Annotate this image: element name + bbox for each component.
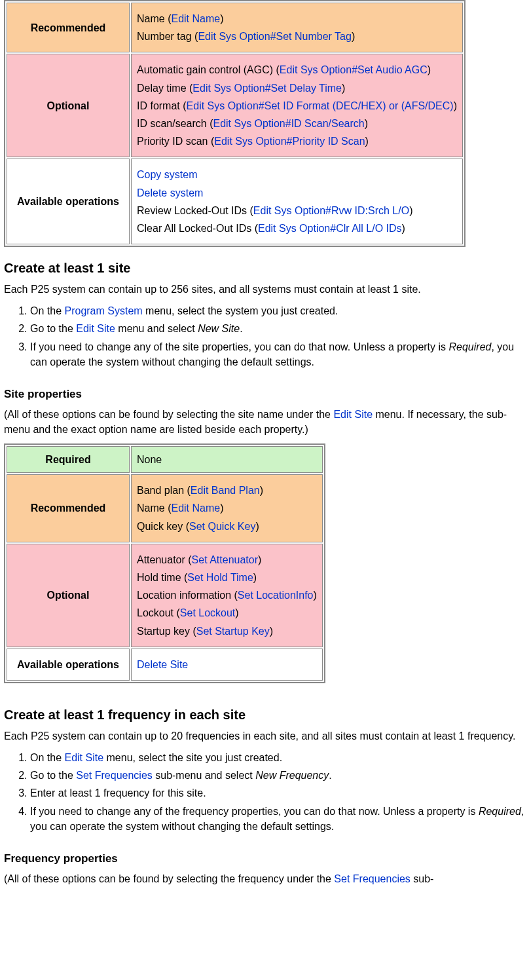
property-line: Number tag (Edit Sys Option#Set Number T… bbox=[137, 29, 457, 44]
property-text: ) bbox=[454, 100, 457, 111]
property-line: Delay time (Edit Sys Option#Set Delay Ti… bbox=[137, 81, 457, 96]
property-line: Copy system bbox=[137, 167, 457, 182]
step-text: If you need to change any of the frequen… bbox=[30, 806, 479, 817]
step-text: sub-menu and select bbox=[153, 770, 255, 781]
property-text: ) bbox=[253, 572, 257, 583]
row-label-recommended: Recommended bbox=[7, 3, 130, 52]
property-line: Priority ID scan (Edit Sys Option#Priori… bbox=[137, 134, 457, 149]
link-edit-site[interactable]: Edit Site bbox=[64, 752, 103, 763]
none-text: None bbox=[137, 454, 162, 465]
property-line: ID format (Edit Sys Option#Set ID Format… bbox=[137, 98, 457, 113]
property-line: Automatic gain control (AGC) (Edit Sys O… bbox=[137, 62, 457, 77]
property-link[interactable]: Edit Sys Option#Set ID Format (DEC/HEX) … bbox=[187, 100, 454, 111]
property-text: Lockout ( bbox=[137, 607, 180, 618]
property-link[interactable]: Edit Name bbox=[171, 13, 220, 24]
step-em: New Frequency bbox=[255, 770, 329, 781]
row-content-required: None bbox=[131, 446, 323, 473]
system-properties-table: Recommended Name (Edit Name)Number tag (… bbox=[4, 0, 465, 247]
list-item: On the Edit Site menu, select the site y… bbox=[30, 750, 525, 765]
property-line: Lockout (Set Lockout) bbox=[137, 605, 317, 620]
heading-create-site: Create at least 1 site bbox=[4, 259, 525, 278]
row-label-required: Required bbox=[7, 446, 130, 473]
property-link[interactable]: Edit Sys Option#ID Scan/Search bbox=[213, 118, 364, 129]
row-label-optional: Optional bbox=[7, 544, 130, 647]
property-link[interactable]: Copy system bbox=[137, 169, 197, 180]
property-link[interactable]: Edit Sys Option#Clr All L/O IDs bbox=[258, 223, 402, 234]
property-link[interactable]: Edit Sys Option#Set Number Tag bbox=[198, 31, 352, 42]
property-link[interactable]: Set Quick Key bbox=[189, 521, 255, 532]
heading-frequency-properties: Frequency properties bbox=[4, 851, 525, 867]
link-edit-site[interactable]: Edit Site bbox=[333, 409, 373, 420]
property-line: Clear All Locked-Out IDs (Edit Sys Optio… bbox=[137, 221, 457, 236]
property-text: ) bbox=[342, 83, 345, 94]
step-text: menu and select bbox=[115, 323, 198, 334]
table-row: Available operations Copy systemDelete s… bbox=[7, 159, 463, 244]
property-text: ) bbox=[365, 136, 369, 147]
row-label-operations: Available operations bbox=[7, 649, 130, 681]
link-set-frequencies[interactable]: Set Frequencies bbox=[334, 873, 410, 884]
text: (All of these options can be found by se… bbox=[4, 873, 334, 884]
property-link[interactable]: Delete Site bbox=[137, 659, 188, 670]
property-text: Clear All Locked-Out IDs ( bbox=[137, 223, 258, 234]
property-text: ) bbox=[428, 64, 431, 75]
property-link[interactable]: Set Hold Time bbox=[187, 572, 253, 583]
link-edit-site[interactable]: Edit Site bbox=[76, 323, 115, 334]
property-link[interactable]: Edit Sys Option#Set Delay Time bbox=[192, 83, 342, 94]
table-row: Optional Attenuator (Set Attenuator)Hold… bbox=[7, 544, 323, 647]
row-label-recommended: Recommended bbox=[7, 474, 130, 542]
table-row: Recommended Name (Edit Name)Number tag (… bbox=[7, 3, 463, 52]
property-link[interactable]: Set LocationInfo bbox=[238, 590, 314, 601]
property-line: Band plan (Edit Band Plan) bbox=[137, 483, 317, 498]
property-link[interactable]: Delete system bbox=[137, 187, 203, 198]
list-item: If you need to change any of the frequen… bbox=[30, 804, 525, 834]
property-link[interactable]: Set Attenuator bbox=[192, 554, 258, 565]
text: (All of these options can be found by se… bbox=[4, 409, 333, 420]
property-text: Name ( bbox=[137, 13, 171, 24]
property-text: Band plan ( bbox=[137, 485, 191, 496]
property-link[interactable]: Edit Sys Option#Rvw ID:Srch L/O bbox=[253, 205, 409, 216]
property-line: Delete system bbox=[137, 185, 457, 200]
property-link[interactable]: Edit Sys Option#Priority ID Scan bbox=[214, 136, 365, 147]
property-link[interactable]: Set Startup Key bbox=[196, 626, 270, 637]
property-text: ) bbox=[220, 13, 223, 24]
property-text: Location information ( bbox=[137, 590, 238, 601]
property-text: ) bbox=[258, 554, 261, 565]
property-text: ) bbox=[402, 223, 405, 234]
property-line: Startup key (Set Startup Key) bbox=[137, 624, 317, 639]
property-text: Number tag ( bbox=[137, 31, 198, 42]
site-properties-table: Required None Recommended Band plan (Edi… bbox=[4, 443, 325, 683]
step-text: On the bbox=[30, 305, 64, 316]
row-content-optional: Automatic gain control (AGC) (Edit Sys O… bbox=[131, 54, 463, 157]
property-text: ) bbox=[235, 607, 238, 618]
table-row: Available operations Delete Site bbox=[7, 649, 323, 681]
property-text: Review Locked-Out IDs ( bbox=[137, 205, 253, 216]
steps-create-site: On the Program System menu, select the s… bbox=[4, 303, 525, 369]
property-text: ) bbox=[255, 521, 259, 532]
property-text: ) bbox=[352, 31, 355, 42]
table-row: Required None bbox=[7, 446, 323, 473]
property-text: ) bbox=[220, 502, 223, 514]
step-text: menu, select the site you just created. bbox=[103, 752, 282, 763]
step-em: Required bbox=[449, 341, 492, 352]
step-text: . bbox=[240, 323, 242, 334]
table-row: Optional Automatic gain control (AGC) (E… bbox=[7, 54, 463, 157]
property-line: ID scan/search (Edit Sys Option#ID Scan/… bbox=[137, 116, 457, 131]
property-text: ) bbox=[365, 118, 368, 129]
property-link[interactable]: Edit Band Plan bbox=[191, 485, 260, 496]
list-item: Go to the Edit Site menu and select New … bbox=[30, 321, 525, 336]
row-content-optional: Attenuator (Set Attenuator)Hold time (Se… bbox=[131, 544, 323, 647]
link-program-system[interactable]: Program System bbox=[64, 305, 142, 316]
step-text: If you need to change any of the site pr… bbox=[30, 341, 449, 352]
row-content-operations: Delete Site bbox=[131, 649, 323, 681]
link-set-frequencies[interactable]: Set Frequencies bbox=[76, 770, 153, 781]
property-text: Startup key ( bbox=[137, 626, 196, 637]
property-text: ) bbox=[314, 590, 317, 601]
property-link[interactable]: Edit Sys Option#Set Audio AGC bbox=[280, 64, 428, 75]
property-link[interactable]: Edit Name bbox=[171, 502, 220, 514]
property-link[interactable]: Set Lockout bbox=[180, 607, 236, 618]
row-content-recommended: Band plan (Edit Band Plan)Name (Edit Nam… bbox=[131, 474, 323, 542]
row-label-optional: Optional bbox=[7, 54, 130, 157]
property-line: Review Locked-Out IDs (Edit Sys Option#R… bbox=[137, 203, 457, 218]
list-item: On the Program System menu, select the s… bbox=[30, 303, 525, 318]
intro-create-site: Each P25 system can contain up to 256 si… bbox=[4, 282, 525, 297]
